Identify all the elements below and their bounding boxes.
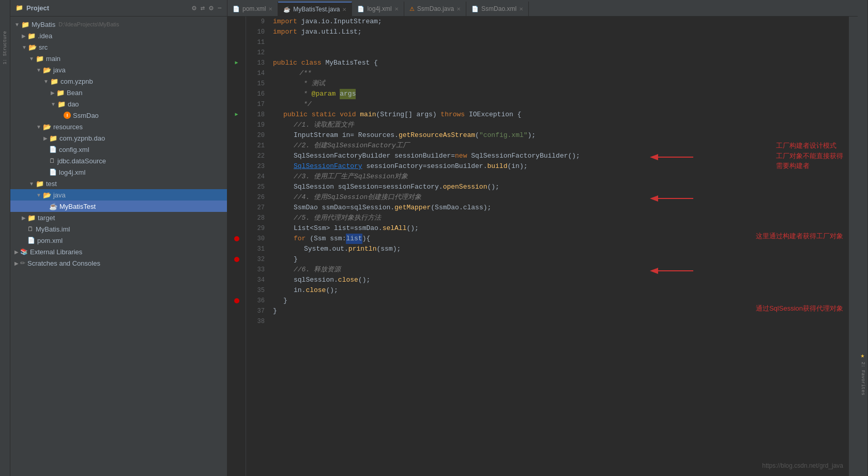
tree-item-main[interactable]: ▼ 📁 main <box>10 53 227 64</box>
gutter-26 <box>227 192 246 203</box>
tree-item-config-xml[interactable]: ▶ 📄 config.xml <box>10 144 227 155</box>
ssmdao-xml-tab-close[interactable]: ✕ <box>519 6 523 12</box>
gutter-36-bp <box>227 296 246 306</box>
tree-item-ssmdao[interactable]: ▶ I SsmDao <box>10 110 227 121</box>
gutter-12 <box>227 48 246 58</box>
pom-xml-tab-close[interactable]: ✕ <box>268 6 272 12</box>
code-line-16: * @param args <box>273 89 848 99</box>
tree-item-log4j-xml[interactable]: ▶ 📄 log4j.xml <box>10 166 227 178</box>
scratches-icon: ✏ <box>20 259 25 267</box>
tree-item-dao[interactable]: ▼ 📁 dao <box>10 98 227 110</box>
gutter-28 <box>227 213 246 223</box>
code-line-25: SqlSession sqlSession=sessionFactory.ope… <box>273 182 848 192</box>
tree-item-src[interactable]: ▼ 📂 src <box>10 41 227 53</box>
code-line-11 <box>273 37 848 48</box>
tree-item-mybatis[interactable]: ▼ 📁 MyBatis D:\IdeaProjects\MyBatis <box>10 19 227 30</box>
tree-item-pom-xml[interactable]: ▶ 📄 pom.xml <box>10 235 227 246</box>
code-line-32: } <box>273 254 848 265</box>
tree-label-ssmdao: SsmDao <box>73 112 99 119</box>
file-tree: ▼ 📁 MyBatis D:\IdeaProjects\MyBatis ▶ 📁 … <box>10 17 227 476</box>
config-xml-icon: 📄 <box>49 146 57 153</box>
project-header: 📁 Project ⚙ ⇄ ⚙ − <box>10 0 227 17</box>
tree-label-main: main <box>46 55 60 63</box>
gutter-32-bp <box>227 254 246 265</box>
tree-item-mybatis-iml[interactable]: ▶ 🗒 MyBatis.iml <box>10 223 227 235</box>
tree-label-mybatis-iml: MyBatis.iml <box>36 225 70 233</box>
code-line-15: * 测试 <box>273 79 848 89</box>
ssmdao-java-tab-close[interactable]: ✕ <box>456 6 461 12</box>
tree-label-com-yzpnb: com.yzpnb <box>60 78 93 85</box>
structure-sidebar[interactable]: 1: Structure <box>0 0 10 476</box>
gutter-19 <box>227 120 246 130</box>
code-line-27: SsmDao ssmDao=sqlSession.getMapper(SsmDa… <box>273 203 848 213</box>
gutter-27 <box>227 203 246 213</box>
tab-log4j-xml[interactable]: 📄 log4j.xml ✕ <box>352 2 404 16</box>
ssmdao-interface-icon: I <box>64 112 71 119</box>
gutter-14 <box>227 68 246 79</box>
minimize-icon[interactable]: − <box>218 4 222 12</box>
tree-item-scratches[interactable]: ▶ ✏ Scratches and Consoles <box>10 257 227 269</box>
tree-item-jdbc-datasource[interactable]: ▶ 🗒 jdbc.dataSource <box>10 155 227 166</box>
tab-mybatistest-java[interactable]: ☕ MyBatisTest.java ✕ <box>278 2 352 16</box>
code-content[interactable]: import java.io.InputStream; import java.… <box>269 17 848 476</box>
code-line-10: import java.util.List; <box>273 27 848 37</box>
tree-label-test: test <box>46 180 57 188</box>
code-line-35: in.close(); <box>273 285 848 296</box>
gutter-31 <box>227 244 246 254</box>
gear-icon[interactable]: ⚙ <box>209 4 213 12</box>
ssmdao-java-tab-icon: ⚠ <box>409 6 415 12</box>
tree-item-mybatistest[interactable]: ▶ ☕ MyBatisTest <box>10 201 227 212</box>
tree-label-target: target <box>38 214 55 222</box>
tree-item-java-test[interactable]: ▼ 📂 java <box>10 189 227 201</box>
settings-icon[interactable]: ⚙ <box>192 4 196 12</box>
structure-label: 1: Structure <box>3 31 8 65</box>
gutter-20 <box>227 130 246 141</box>
code-line-21: //2. 创建SqlSessionFactory工厂 <box>273 141 848 151</box>
code-line-29: List<Ssm> list=ssmDao.selAll(); <box>273 223 848 234</box>
tree-item-resources[interactable]: ▼ 📂 resources <box>10 121 227 132</box>
tree-path-mybatis: D:\IdeaProjects\MyBatis <box>58 21 119 27</box>
tree-item-com-yzpnb[interactable]: ▼ 📁 com.yzpnb <box>10 75 227 87</box>
gutter-34 <box>227 275 246 285</box>
gutter-33 <box>227 265 246 275</box>
code-line-33: //6. 释放资源 <box>273 265 848 275</box>
log4j-tab-close[interactable]: ✕ <box>394 6 399 12</box>
favorites-sidebar[interactable]: ★ 2: Favorites <box>858 0 868 476</box>
tab-pom-xml[interactable]: 📄 pom.xml ✕ <box>227 2 278 16</box>
tree-item-java-main[interactable]: ▼ 📂 java <box>10 64 227 75</box>
tree-item-target[interactable]: ▶ 📁 target <box>10 212 227 223</box>
log4j-tab-label: log4j.xml <box>367 5 391 12</box>
code-line-23: SqlSessionFactory sessionFactory=session… <box>273 161 848 172</box>
code-line-28: //5. 使用代理对象执行方法 <box>273 213 848 223</box>
tab-ssmdao-xml[interactable]: 📄 SsmDao.xml ✕ <box>466 2 529 16</box>
split-icon[interactable]: ⇄ <box>201 4 205 12</box>
tree-label-dao: dao <box>68 100 79 108</box>
code-line-20: InputStream in= Resources.getResourceAsS… <box>273 130 848 141</box>
gutter-15 <box>227 79 246 89</box>
code-line-12 <box>273 48 848 58</box>
tree-item-bean[interactable]: ▶ 📁 Bean <box>10 87 227 98</box>
tree-item-com-yzpnb-dao[interactable]: ▶ 📁 com.yzpnb.dao <box>10 132 227 144</box>
tree-item-idea[interactable]: ▶ 📁 .idea <box>10 30 227 41</box>
gutter-11 <box>227 37 246 48</box>
tree-label-external-libs: External Libraries <box>30 248 82 256</box>
tabs-bar: 📄 pom.xml ✕ ☕ MyBatisTest.java ✕ 📄 log4j… <box>227 0 858 17</box>
tree-label-mybatistest: MyBatisTest <box>59 203 96 210</box>
right-scrollbar[interactable] <box>848 17 858 476</box>
gutter-30-bp <box>227 234 246 244</box>
ssmdao-java-tab-label: SsmDao.java <box>417 5 454 12</box>
code-line-22: SqlSessionFactoryBuilder sessionBuilder=… <box>273 151 848 161</box>
ssmdao-xml-tab-label: SsmDao.xml <box>481 5 516 12</box>
editor-area: 📄 pom.xml ✕ ☕ MyBatisTest.java ✕ 📄 log4j… <box>227 0 858 476</box>
tree-item-external-libs[interactable]: ▶ 📚 External Libraries <box>10 246 227 257</box>
mybatistest-tab-label: MyBatisTest.java <box>293 6 340 13</box>
gutter-17 <box>227 99 246 110</box>
tree-item-test[interactable]: ▼ 📁 test <box>10 178 227 189</box>
gutter-16 <box>227 89 246 99</box>
tab-ssmdao-java[interactable]: ⚠ SsmDao.java ✕ <box>404 2 466 16</box>
code-line-38 <box>273 316 848 327</box>
code-editor[interactable]: ▶ ▶ <box>227 17 858 476</box>
mybatistest-tab-icon: ☕ <box>283 6 291 13</box>
external-libs-icon: 📚 <box>20 248 28 255</box>
mybatistest-tab-close[interactable]: ✕ <box>342 7 346 12</box>
